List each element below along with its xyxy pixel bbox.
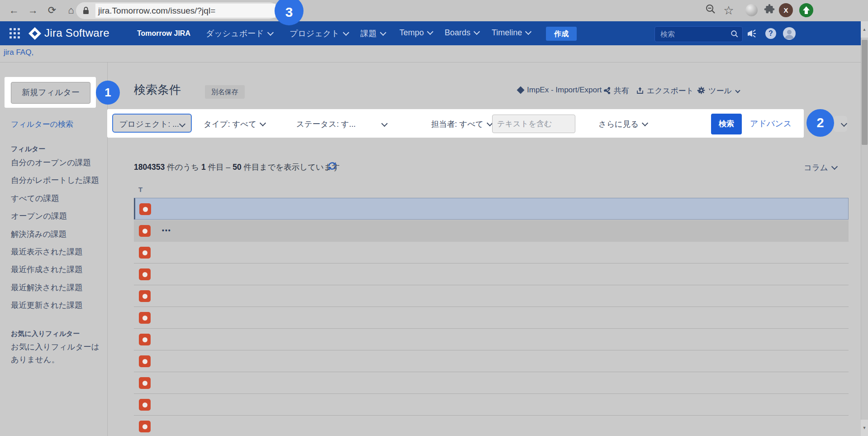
table-row[interactable]	[134, 242, 849, 264]
more-criteria-dropdown[interactable]: さらに見る	[598, 119, 647, 129]
table-row[interactable]	[134, 329, 849, 350]
nav-menu-tempo[interactable]: Tempo	[399, 28, 432, 38]
chevron-down-icon	[525, 29, 531, 35]
nav-search-input[interactable]	[659, 28, 729, 40]
gear-icon	[697, 86, 706, 95]
table-row[interactable]	[134, 416, 849, 436]
issue-type-icon	[139, 377, 151, 389]
impex-menu[interactable]: ImpEx - Import/Export	[517, 86, 609, 95]
page-title: 検索条件	[134, 82, 181, 98]
sidebar-item-recently-created[interactable]: 最近作成された課題	[11, 264, 104, 282]
status-filter-dropdown[interactable]: ステータス: す...	[296, 119, 387, 129]
browser-forward-button[interactable]: →	[25, 3, 41, 18]
search-icon	[730, 30, 739, 38]
row-ellipsis: •••	[162, 227, 171, 234]
nav-menu-boards[interactable]: Boards	[445, 28, 479, 38]
issue-type-icon	[139, 399, 151, 411]
app-switcher-icon[interactable]	[9, 28, 20, 41]
sidebar-item-resolved-issues[interactable]: 解決済みの課題	[11, 229, 104, 246]
nav-search-box[interactable]	[655, 26, 743, 42]
chevron-down-icon	[642, 120, 648, 126]
table-row[interactable]	[134, 264, 849, 285]
sidebar-item-all-issues[interactable]: すべての課題	[11, 193, 104, 211]
url-input[interactable]: jira.Tomorrow.com/issues/?jql=	[95, 4, 275, 18]
extension-sphere-icon[interactable]	[745, 4, 758, 16]
columns-dropdown[interactable]: コラム	[804, 162, 837, 173]
browser-reload-button[interactable]: ⟳	[44, 3, 60, 18]
zoom-out-icon[interactable]	[704, 4, 717, 17]
sidebar-item-open-issues[interactable]: オープンの課題	[11, 211, 104, 228]
table-row[interactable]	[134, 307, 849, 329]
type-column-header[interactable]: T	[138, 186, 142, 193]
tools-menu[interactable]: ツール	[697, 86, 740, 96]
scrollbar-down-arrow[interactable]: ▼	[861, 420, 868, 436]
favorites-empty-text: お気に入りフィルターはありません。	[11, 340, 100, 366]
sidebar-item-recently-updated[interactable]: 最近更新された課題	[11, 300, 104, 317]
collapse-searchbar-button[interactable]	[834, 116, 847, 132]
find-filters-link[interactable]: フィルターの検索	[11, 119, 73, 129]
table-row[interactable]	[134, 285, 849, 307]
nav-menu-dashboards[interactable]: ダッシュボード	[206, 28, 273, 39]
search-button[interactable]: 検索	[711, 114, 742, 134]
chevron-down-icon	[260, 120, 266, 126]
jira-logo-icon	[28, 27, 42, 42]
refresh-icon[interactable]	[327, 161, 337, 172]
issue-type-icon	[139, 268, 151, 280]
share-button[interactable]: 共有	[603, 86, 629, 96]
project-filter-dropdown[interactable]: プロジェクト: ...	[112, 114, 192, 133]
annotation-badge-1: 1	[96, 81, 120, 105]
annotation-badge-2: 2	[806, 109, 834, 137]
filter-list: 自分のオープンの課題 自分がレポートした課題 すべての課題 オープンの課題 解決…	[11, 157, 104, 318]
sidebar-item-my-open-issues[interactable]: 自分のオープンの課題	[11, 157, 104, 175]
help-icon[interactable]: ?	[765, 28, 776, 39]
user-avatar[interactable]	[783, 27, 796, 40]
browser-update-icon[interactable]	[799, 3, 813, 17]
issue-type-icon	[139, 421, 151, 432]
sidebar-item-reported-by-me[interactable]: 自分がレポートした課題	[11, 175, 104, 192]
table-row-selected[interactable]	[134, 198, 849, 220]
chevron-down-icon	[179, 121, 185, 127]
chevron-down-icon	[474, 29, 480, 35]
announcements-megaphone-icon[interactable]	[746, 28, 757, 41]
advanced-search-link[interactable]: アドバンス	[750, 118, 792, 129]
jira-logo-text[interactable]: Jira Software	[44, 27, 109, 39]
table-row[interactable]: •••	[134, 220, 849, 242]
chevron-down-icon	[427, 29, 433, 35]
table-row[interactable]	[134, 350, 849, 372]
nav-menu-timeline[interactable]: Timeline	[492, 28, 531, 38]
export-icon	[636, 86, 644, 95]
nav-menu-projects[interactable]: プロジェクト	[289, 28, 348, 39]
jira-faq-link[interactable]: jira FAQ,	[4, 48, 33, 57]
scrollbar-thumb[interactable]	[862, 40, 868, 145]
create-issue-button[interactable]: 作成	[546, 27, 577, 41]
scrollbar-up-arrow[interactable]: ▲	[861, 21, 868, 38]
new-filter-button[interactable]: 新規フィルター	[11, 82, 90, 104]
bookmark-star-icon[interactable]: ☆	[722, 4, 735, 17]
table-row[interactable]	[134, 372, 849, 394]
type-filter-dropdown[interactable]: タイプ: すべて	[204, 119, 265, 129]
sidebar-item-recently-viewed[interactable]: 最近表示された課題	[11, 246, 104, 264]
export-menu[interactable]: エクスポート	[636, 86, 702, 96]
chevron-down-icon	[342, 29, 349, 36]
divider	[0, 62, 861, 62]
issue-type-icon	[139, 247, 151, 259]
favorites-section-header: お気に入りフィルター	[11, 330, 80, 338]
instance-name: Tomorrow JIRA	[137, 29, 190, 38]
issue-type-icon	[139, 290, 151, 302]
chevron-down-icon	[841, 120, 847, 127]
save-as-button[interactable]: 別名保存	[205, 85, 245, 99]
sidebar-item-recently-resolved[interactable]: 最近解決された課題	[11, 282, 104, 300]
chevron-down-icon	[735, 88, 740, 93]
issue-type-icon	[139, 334, 151, 345]
text-search-input[interactable]	[493, 115, 575, 133]
filters-section-header: フィルター	[11, 145, 45, 153]
table-row[interactable]	[134, 394, 849, 416]
assignee-filter-dropdown[interactable]: 担当者: すべて	[431, 119, 492, 129]
profile-avatar-x[interactable]: X	[779, 3, 793, 17]
chevron-down-icon	[831, 163, 838, 170]
nav-menu-issues[interactable]: 課題	[360, 28, 385, 39]
browser-back-button[interactable]: ←	[6, 3, 22, 18]
text-search-field[interactable]	[492, 115, 575, 133]
extensions-puzzle-icon[interactable]	[763, 4, 776, 17]
chevron-down-icon	[267, 29, 273, 36]
